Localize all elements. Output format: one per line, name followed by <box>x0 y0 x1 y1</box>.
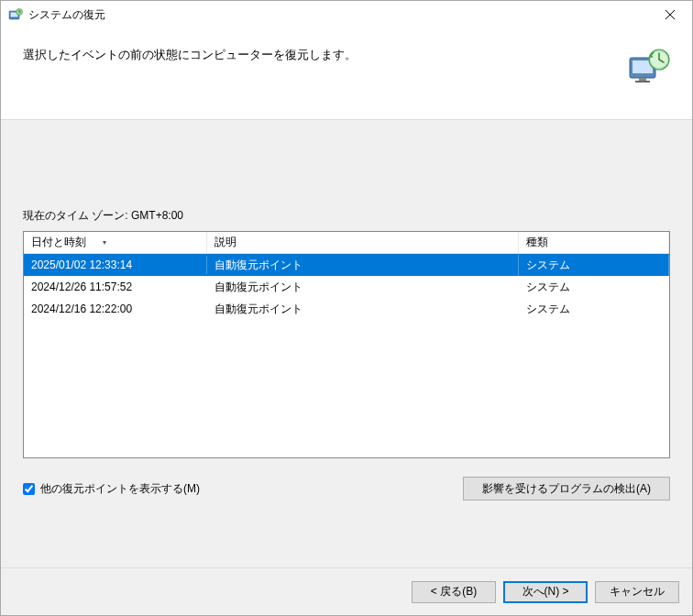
cell-description: 自動復元ポイント <box>207 299 519 320</box>
column-header-type-label: 種類 <box>526 235 548 250</box>
table-header: 日付と時刻 ▾ 説明 種類 <box>24 232 669 254</box>
column-header-desc-label: 説明 <box>214 235 236 250</box>
sort-descending-icon: ▾ <box>103 238 106 247</box>
back-button[interactable]: < 戻る(B) <box>412 581 496 603</box>
cell-type: システム <box>519 277 669 298</box>
column-header-date-label: 日付と時刻 <box>31 235 86 250</box>
cell-type: システム <box>519 299 669 320</box>
close-button[interactable] <box>650 2 690 28</box>
column-header-description[interactable]: 説明 <box>207 232 519 253</box>
scan-affected-programs-button[interactable]: 影響を受けるプログラムの検出(A) <box>463 477 670 500</box>
show-more-checkbox-wrap[interactable]: 他の復元ポイントを表示する(M) <box>23 481 200 497</box>
next-button[interactable]: 次へ(N) > <box>503 581 588 603</box>
timezone-label: 現在のタイム ゾーン: GMT+8:00 <box>23 208 670 224</box>
system-restore-icon <box>8 7 23 22</box>
footer: < 戻る(B) 次へ(N) > キャンセル <box>1 567 692 615</box>
titlebar: システムの復元 <box>1 1 692 28</box>
cell-type: システム <box>519 255 669 276</box>
header-panel: 選択したイベントの前の状態にコンピューターを復元します。 <box>1 28 692 120</box>
cell-description: 自動復元ポイント <box>207 255 519 276</box>
cell-date: 2024/12/26 11:57:52 <box>24 278 207 296</box>
cell-date: 2024/12/16 12:22:00 <box>24 300 207 318</box>
column-header-type[interactable]: 種類 <box>519 232 669 253</box>
system-restore-window: システムの復元 選択したイベントの前の状態にコンピューターを復元します。 <box>0 0 693 616</box>
system-restore-large-icon <box>626 45 670 89</box>
cell-description: 自動復元ポイント <box>207 277 519 298</box>
body-panel: 現在のタイム ゾーン: GMT+8:00 日付と時刻 ▾ 説明 種類 2025/… <box>1 120 692 567</box>
svg-rect-5 <box>639 78 646 81</box>
table-body: 2025/01/02 12:33:14自動復元ポイントシステム2024/12/2… <box>24 254 669 320</box>
table-row[interactable]: 2024/12/16 12:22:00自動復元ポイントシステム <box>24 298 669 320</box>
show-more-checkbox[interactable] <box>23 483 35 495</box>
column-header-date[interactable]: 日付と時刻 ▾ <box>24 232 207 253</box>
svg-rect-6 <box>635 81 650 82</box>
below-table-row: 他の復元ポイントを表示する(M) 影響を受けるプログラムの検出(A) <box>23 477 670 500</box>
table-row[interactable]: 2024/12/26 11:57:52自動復元ポイントシステム <box>24 276 669 298</box>
window-title: システムの復元 <box>28 7 650 23</box>
table-row[interactable]: 2025/01/02 12:33:14自動復元ポイントシステム <box>24 254 669 276</box>
cell-date: 2025/01/02 12:33:14 <box>24 256 207 274</box>
show-more-label: 他の復元ポイントを表示する(M) <box>40 481 200 497</box>
header-description: 選択したイベントの前の状態にコンピューターを復元します。 <box>23 45 617 63</box>
cancel-button[interactable]: キャンセル <box>595 581 679 603</box>
restore-points-table: 日付と時刻 ▾ 説明 種類 2025/01/02 12:33:14自動復元ポイン… <box>23 231 670 458</box>
